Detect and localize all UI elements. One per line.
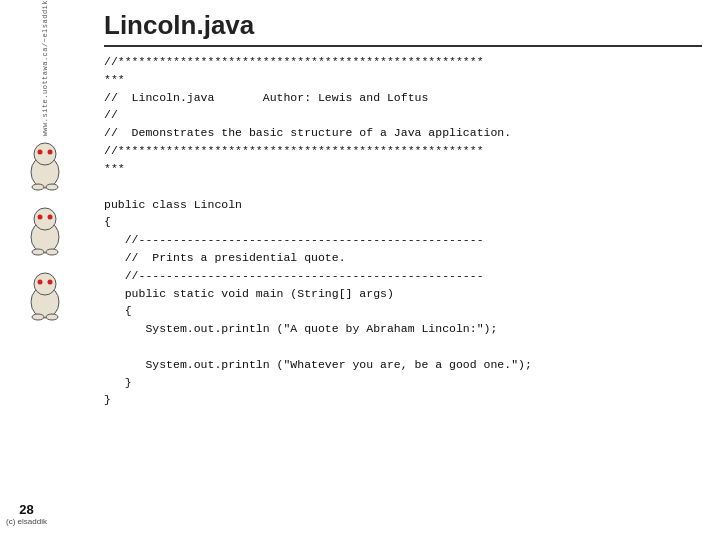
page-title: Lincoln.java: [104, 10, 702, 47]
code-area: //**************************************…: [104, 53, 702, 409]
svg-point-15: [48, 280, 53, 285]
sidebar-url: www.site.uottawa.ca/~elsaddik: [41, 0, 49, 136]
svg-point-8: [38, 215, 43, 220]
slide-number: 28: [6, 502, 47, 517]
svg-point-7: [34, 208, 56, 230]
svg-point-14: [38, 280, 43, 285]
svg-point-10: [32, 249, 44, 255]
svg-point-9: [48, 215, 53, 220]
svg-point-3: [48, 150, 53, 155]
copyright-label: (c) elsaddik: [6, 517, 47, 526]
svg-point-16: [32, 314, 44, 320]
mascot-3: [20, 270, 70, 325]
svg-point-4: [32, 184, 44, 190]
svg-point-1: [34, 143, 56, 165]
main-content: Lincoln.java //*************************…: [90, 0, 720, 540]
svg-point-13: [34, 273, 56, 295]
mascot-2: [20, 205, 70, 260]
svg-point-17: [46, 314, 58, 320]
sidebar: www.site.uottawa.ca/~elsaddik 28 (c) els…: [0, 0, 90, 540]
svg-point-2: [38, 150, 43, 155]
svg-point-11: [46, 249, 58, 255]
svg-point-5: [46, 184, 58, 190]
mascot-1: [20, 140, 70, 195]
